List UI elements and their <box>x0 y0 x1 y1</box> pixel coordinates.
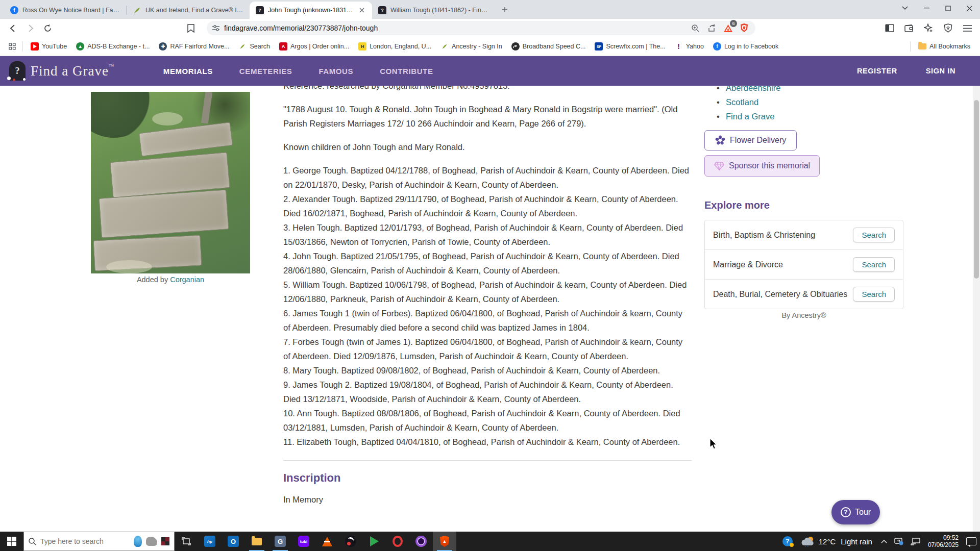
weather-widget[interactable]: 12°CLight rain <box>796 536 877 546</box>
tab-search-chevron-icon[interactable] <box>894 0 916 16</box>
taskbar-app-tubi[interactable]: tubi <box>292 532 315 551</box>
youtube-icon <box>31 42 39 51</box>
search-death-button[interactable]: Search <box>853 287 895 302</box>
taskbar-search-box[interactable] <box>23 532 175 551</box>
taskbar-app-g[interactable]: G <box>268 532 292 551</box>
brave-icon: ▲ <box>439 536 450 547</box>
window-maximize-button[interactable] <box>937 0 959 16</box>
link-scotland[interactable]: Scotland <box>726 97 758 107</box>
tab-facebook[interactable]: f Ross On Wye Notice Board | Faceboo <box>4 2 127 19</box>
windows-taskbar: hp O G tubi ▲ ? 12°CLight rain 09:52 07/… <box>0 532 980 551</box>
window-minimize-button[interactable] <box>916 0 937 16</box>
bookmark-screwfix[interactable]: SFScrewfix.com | The... <box>595 42 665 51</box>
bookmark-panel-icon[interactable] <box>184 21 198 35</box>
tab-william-tough[interactable]: ? William Tough (1841-1862) - Find a G <box>372 2 495 19</box>
bookmark-raf[interactable]: ✚RAF Fairford Move... <box>159 42 229 51</box>
bookmark-yahoo[interactable]: !Yahoo <box>675 42 704 51</box>
search-input[interactable] <box>40 537 117 545</box>
nav-memorials[interactable]: MEMORIALS <box>163 67 213 76</box>
wallet-icon[interactable] <box>902 21 916 35</box>
taskbar-app-tor[interactable] <box>409 532 433 551</box>
help-tray-button[interactable]: ? <box>779 532 796 551</box>
inscription-heading: Inscription <box>283 471 692 485</box>
taskbar-clock[interactable]: 09:52 07/06/2025 <box>924 534 963 548</box>
taskbar-app-outlook[interactable]: O <box>222 532 245 551</box>
search-marriage-button[interactable]: Search <box>853 257 895 272</box>
taskbar-app-myhp[interactable]: hp <box>198 532 222 551</box>
window-close-button[interactable] <box>959 0 980 16</box>
taskbar-app-obs[interactable] <box>339 532 362 551</box>
bookmark-search[interactable]: Search <box>238 42 270 51</box>
address-bar[interactable]: findagrave.com/memorial/230773887/john-t… <box>207 21 755 35</box>
taskbar-app-file-explorer[interactable] <box>245 532 268 551</box>
bookmark-london[interactable]: HLondon, England, U... <box>358 42 431 51</box>
facebook-icon: f <box>713 42 721 51</box>
apps-grid-icon[interactable] <box>5 39 19 54</box>
bookmark-facebook[interactable]: fLog in to Facebook <box>713 42 778 51</box>
child-item: 6. James Tough 1 (twin of Forbes). Bapti… <box>283 306 692 335</box>
browser-toolbar: findagrave.com/memorial/230773887/john-t… <box>0 19 980 37</box>
url-text[interactable]: findagrave.com/memorial/230773887/john-t… <box>224 24 685 32</box>
taskbar-app-brave[interactable]: ▲ <box>433 532 456 551</box>
tour-button[interactable]: ? Tour <box>831 500 880 524</box>
search-birth-button[interactable]: Search <box>853 228 895 242</box>
page-scrollbar[interactable] <box>973 86 980 532</box>
register-link[interactable]: REGISTER <box>857 67 897 75</box>
taskbar-app-opera[interactable] <box>386 532 409 551</box>
signin-link[interactable]: SIGN IN <box>926 67 955 75</box>
tray-network-button[interactable] <box>907 532 924 551</box>
taskbar-app-green[interactable] <box>362 532 386 551</box>
scrollbar-thumb[interactable] <box>974 100 979 279</box>
back-button[interactable] <box>6 21 20 35</box>
link-findagrave[interactable]: Find a Grave <box>726 112 774 121</box>
forward-button[interactable] <box>23 21 37 35</box>
start-button[interactable] <box>0 532 23 551</box>
taskbar-app-vlc[interactable] <box>315 532 339 551</box>
tray-chevron-button[interactable] <box>877 532 891 551</box>
notification-center-button[interactable] <box>963 532 980 551</box>
site-info-icon[interactable] <box>212 24 220 32</box>
weather-icon <box>801 536 815 546</box>
new-tab-button[interactable] <box>498 3 512 17</box>
sponsor-memorial-button[interactable]: Sponsor this memorial <box>704 155 820 177</box>
link-aberdeenshire[interactable]: Aberdeenshire <box>726 86 780 92</box>
browser-tab-strip: f Ross On Wye Notice Board | Faceboo UK … <box>0 0 980 19</box>
tab-john-tough-active[interactable]: ? John Tough (unknown-1831) - Fi <box>250 2 372 19</box>
ancestry-leaf-icon <box>238 42 247 51</box>
findagrave-logo[interactable]: ? Find a Grave™ <box>9 61 114 81</box>
tab-close-icon[interactable] <box>358 6 366 14</box>
bookmark-youtube[interactable]: YouTube <box>31 42 67 51</box>
bookmark-ancestry[interactable]: Ancestry - Sign In <box>440 42 502 51</box>
findagrave-favicon: ? <box>378 6 386 14</box>
reload-button[interactable] <box>40 21 55 35</box>
argos-icon: A <box>279 42 287 51</box>
vlc-icon <box>322 537 332 546</box>
menu-hamburger-icon[interactable] <box>960 21 974 35</box>
leo-ai-sparkle-icon[interactable] <box>921 21 936 35</box>
nav-cemeteries[interactable]: CEMETERIES <box>239 67 292 76</box>
screwfix-icon: SF <box>595 42 603 51</box>
flower-delivery-button[interactable]: Flower Delivery <box>704 130 797 151</box>
flower-icon <box>715 135 725 145</box>
task-view-button[interactable] <box>175 532 198 551</box>
nav-famous[interactable]: FAMOUS <box>318 67 353 76</box>
all-bookmarks-button[interactable]: All Bookmarks <box>918 43 970 50</box>
grave-photo[interactable] <box>91 92 250 273</box>
tab-fag-index[interactable]: UK and Ireland, Find a Grave® Index <box>127 2 250 19</box>
brave-rewards-icon[interactable]: 6 <box>722 22 734 34</box>
child-item: 4. John Tough. Baptized 21/05/1795, of B… <box>283 249 692 278</box>
zoom-page-icon[interactable] <box>689 22 701 34</box>
bookmark-argos[interactable]: AArgos | Order onlin... <box>279 42 349 51</box>
bookmark-broadband[interactable]: Broadband Speed C... <box>511 42 586 51</box>
share-icon[interactable] <box>705 22 718 34</box>
rewards-badge: 6 <box>730 20 737 27</box>
tray-display-button[interactable] <box>891 532 907 551</box>
nav-contribute[interactable]: CONTRIBUTE <box>380 67 433 76</box>
bookmark-adsb[interactable]: ▲ADS-B Exchange - t... <box>76 42 150 51</box>
vpn-shield-icon[interactable] <box>941 21 955 35</box>
contributor-link[interactable]: Corganian <box>170 276 204 284</box>
right-sidebar: Aberdeenshire Scotland Find a Grave Flow… <box>704 86 904 123</box>
brave-shields-icon[interactable] <box>738 22 750 34</box>
sidebar-toggle-icon[interactable] <box>883 21 897 35</box>
reference-line: Reference: researched by Corganian Membe… <box>283 86 692 93</box>
